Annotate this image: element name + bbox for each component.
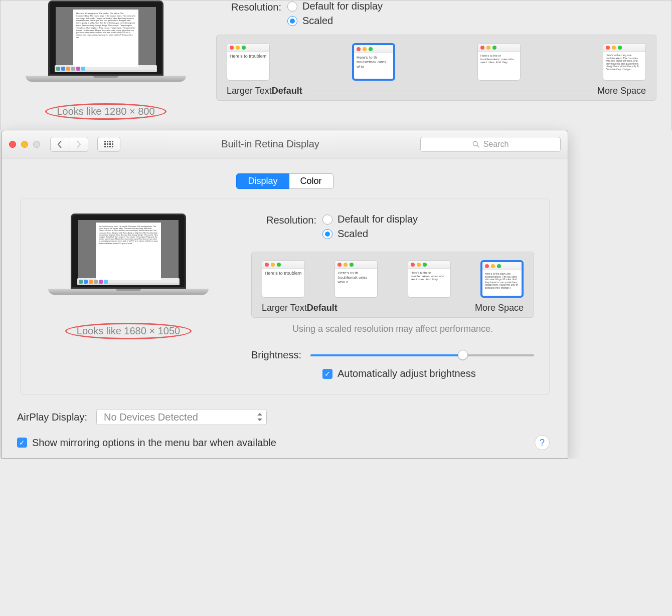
partial-window-top: Here's to the crazy ones. The misfits. T… [0, 0, 672, 130]
radio-default-display[interactable] [322, 215, 332, 225]
scale-label-default: Default [307, 303, 338, 313]
titlebar: Built-in Retina Display Search [2, 130, 568, 158]
scale-divider [309, 91, 590, 91]
tab-color[interactable]: Color [289, 173, 333, 189]
search-input[interactable]: Search [420, 137, 561, 152]
scale-option-more-space[interactable]: Here's to the crazy one troublemakers. T… [480, 260, 524, 298]
search-icon [472, 141, 479, 148]
svg-point-0 [473, 141, 477, 146]
show-all-button[interactable] [97, 137, 120, 152]
airplay-value: No Devices Detected [104, 412, 198, 423]
scale-label-more: More Space [597, 86, 646, 96]
performance-warning: Using a scaled resolution may affect per… [251, 324, 534, 334]
scale-option-default[interactable]: Here's to th troublemak ones who c [334, 260, 378, 298]
auto-brightness-label: Automatically adjust brightness [338, 368, 476, 379]
scale-option-more-space[interactable]: Here's to the crazy one troublemakers. T… [603, 43, 646, 81]
scale-option-larger[interactable]: Here's to troublem [227, 43, 270, 81]
scale-option-larger[interactable]: Here's to troublem [262, 260, 305, 298]
minimize-icon[interactable] [21, 141, 28, 148]
resolution-annotation: Looks like 1680 × 1050 [65, 323, 192, 339]
display-prefs-window: Built-in Retina Display Search Display C… [2, 130, 568, 459]
scale-option-mid[interactable]: Here's to the cr troublemakers. ones who… [408, 260, 451, 298]
radio-scaled[interactable] [287, 16, 297, 26]
radio-scaled-label: Scaled [302, 15, 333, 27]
tab-display[interactable]: Display [236, 173, 289, 189]
window-title: Built-in Retina Display [125, 138, 415, 150]
close-icon[interactable] [9, 141, 16, 148]
mirroring-checkbox[interactable]: ✓ [17, 438, 27, 448]
airplay-dropdown[interactable]: No Devices Detected [96, 409, 267, 425]
radio-scaled[interactable] [322, 229, 332, 239]
scale-option-default[interactable]: Here's to th troublemak ones who [352, 43, 395, 81]
scale-label-more: More Space [475, 303, 524, 313]
radio-default-display[interactable] [287, 2, 297, 12]
mirroring-label: Show mirroring options in the menu bar w… [32, 437, 276, 449]
tab-bar: Display Color [20, 173, 550, 189]
back-button[interactable] [50, 137, 69, 152]
airplay-label: AirPlay Display: [17, 412, 87, 423]
doc-preview: Here's to the crazy ones. The misfits. T… [96, 223, 161, 280]
brightness-slider[interactable] [310, 354, 534, 357]
resolution-label: Resolution: [251, 214, 316, 226]
scale-label-larger: Larger Text [262, 303, 307, 313]
grid-icon [104, 141, 113, 147]
scale-label-larger: Larger Text [227, 86, 272, 96]
laptop-preview: Here's to the crazy ones. The misfits. T… [26, 1, 186, 96]
resolution-label: Resolution: [216, 1, 281, 13]
resolution-annotation: Looks like 1280 × 800 [45, 103, 166, 120]
forward-button[interactable] [69, 137, 88, 152]
laptop-preview: Here's to the crazy ones. The misfits. T… [48, 214, 209, 309]
brightness-label: Brightness: [251, 349, 301, 361]
scale-option-mid[interactable]: Here's to the cr troublemakers. ones who… [477, 43, 521, 81]
doc-preview: Here's to the crazy ones. The misfits. T… [73, 10, 138, 67]
auto-brightness-checkbox[interactable]: ✓ [322, 369, 332, 379]
radio-scaled-label: Scaled [338, 228, 368, 240]
zoom-icon[interactable] [33, 141, 40, 148]
scale-divider [345, 308, 468, 308]
search-placeholder: Search [483, 140, 509, 149]
radio-default-label: Default for display [338, 214, 418, 225]
radio-default-label: Default for display [302, 1, 383, 12]
help-button[interactable]: ? [535, 435, 550, 450]
display-panel: Here's to the crazy ones. The misfits. T… [20, 198, 550, 395]
scale-label-default: Default [272, 86, 302, 96]
resolution-scale-picker: Here's to troublem Here's to th troublem… [216, 35, 656, 101]
svg-line-1 [477, 145, 479, 147]
resolution-scale-picker: Here's to troublem Here's to th troublem… [251, 252, 534, 318]
